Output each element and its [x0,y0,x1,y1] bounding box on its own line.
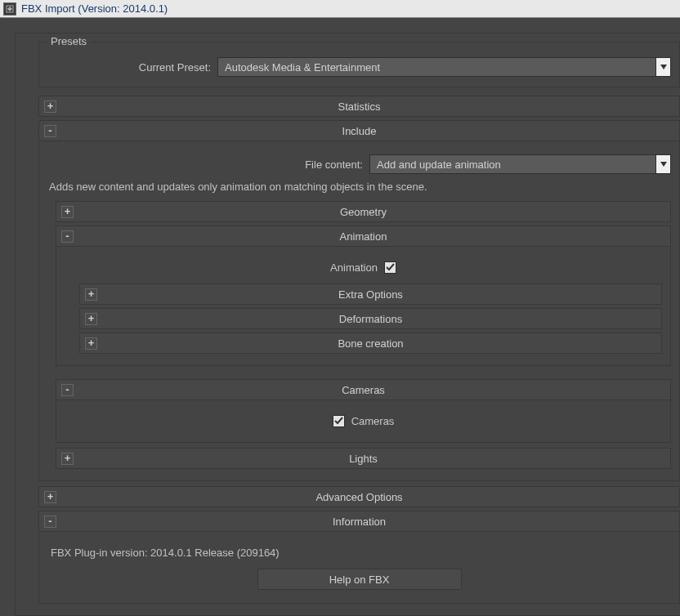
animation-checkbox[interactable] [384,261,396,274]
current-preset-value: Autodesk Media & Entertainment [225,61,380,74]
animation-body: Animation + Extra Options [56,247,671,366]
titlebar: FBX Import (Version: 2014.0.1) [0,0,680,18]
information-header[interactable]: - Information [38,511,680,532]
expand-icon[interactable]: + [61,206,74,218]
file-content-dropdown[interactable]: Add and update animation [369,154,671,174]
expand-icon[interactable]: + [85,288,97,301]
current-preset-row: Current Preset: Autodesk Media & Enterta… [47,57,671,77]
cameras-checkbox-label: Cameras [351,415,395,427]
bone-creation-title: Bone creation [338,337,403,350]
extra-options-title: Extra Options [338,288,403,301]
deformations-header[interactable]: + Deformations [79,308,662,329]
animation-checkbox-row: Animation [65,255,662,280]
plugin-version-text: FBX Plug-in version: 2014.0.1 Release (2… [47,540,671,569]
statistics-title: Statistics [338,100,380,113]
file-content-row: File content: Add and update animation [47,154,671,174]
bottom-bar: Edit... OK [16,609,680,616]
include-title: Include [342,125,377,137]
app-icon [3,2,16,16]
geometry-header[interactable]: + Geometry [56,201,671,222]
expand-icon[interactable]: + [61,453,74,465]
extra-options-header[interactable]: + Extra Options [79,283,662,305]
lights-title: Lights [349,453,378,465]
content-panel: Presets Current Preset: Autodesk Media &… [15,33,680,616]
cameras-body: Cameras [56,400,671,443]
collapse-icon[interactable]: - [44,125,56,137]
chevron-down-icon [655,155,670,173]
current-preset-label: Current Preset: [47,61,211,74]
cameras-checkbox[interactable] [333,415,345,427]
expand-icon[interactable]: + [44,491,56,503]
animation-header[interactable]: - Animation [56,225,671,247]
information-body: FBX Plug-in version: 2014.0.1 Release (2… [38,532,680,604]
cameras-checkbox-row: Cameras [65,408,662,434]
help-on-fbx-button[interactable]: Help on FBX [257,569,462,590]
collapse-icon[interactable]: - [61,384,74,396]
information-title: Information [333,516,386,528]
presets-legend: Presets [46,35,92,47]
statistics-header[interactable]: + Statistics [38,96,680,117]
collapse-icon[interactable]: - [44,516,56,528]
chevron-down-icon [655,58,670,76]
expand-icon[interactable]: + [44,100,56,113]
file-content-label: File content: [47,158,363,171]
include-header[interactable]: - Include [38,120,680,141]
expand-icon[interactable]: + [85,313,97,325]
sections: + Statistics - Include File content: Add… [38,96,680,604]
expand-icon[interactable]: + [85,337,97,350]
include-body: File content: Add and update animation A… [38,141,680,481]
dialog-body: Presets Current Preset: Autodesk Media &… [0,18,680,616]
geometry-title: Geometry [340,206,387,218]
deformations-title: Deformations [339,313,402,325]
animation-checkbox-label: Animation [330,261,378,274]
lights-header[interactable]: + Lights [56,448,671,469]
include-description: Adds new content and updates only animat… [49,181,671,193]
cameras-header[interactable]: - Cameras [56,379,671,400]
window-title: FBX Import (Version: 2014.0.1) [21,2,168,15]
cameras-title: Cameras [342,384,385,396]
presets-group: Presets Current Preset: Autodesk Media &… [38,42,680,87]
bone-creation-header[interactable]: + Bone creation [79,333,662,354]
collapse-icon[interactable]: - [61,230,74,243]
advanced-options-header[interactable]: + Advanced Options [38,486,680,507]
current-preset-dropdown[interactable]: Autodesk Media & Entertainment [217,57,671,77]
animation-title: Animation [340,230,387,243]
advanced-options-title: Advanced Options [315,491,402,503]
file-content-value: Add and update animation [377,158,501,171]
